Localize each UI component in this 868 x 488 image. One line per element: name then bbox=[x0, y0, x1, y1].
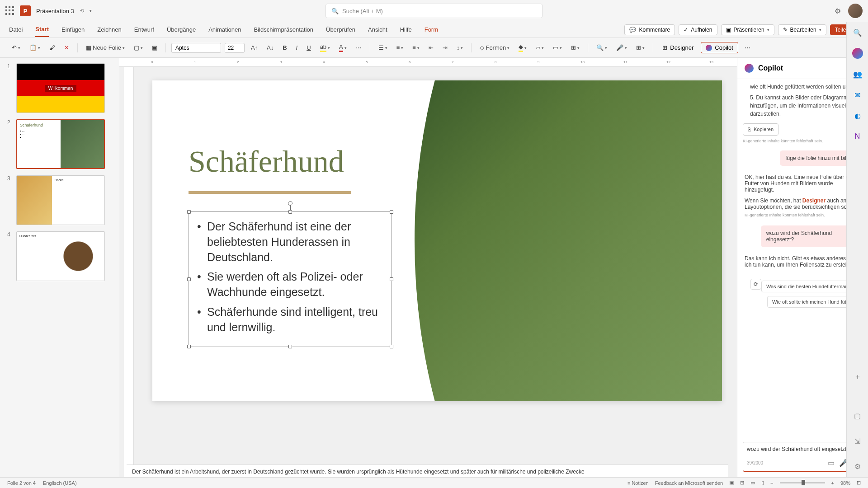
underline-button[interactable]: U bbox=[304, 42, 313, 53]
slide-image[interactable] bbox=[415, 80, 722, 401]
user-avatar[interactable] bbox=[848, 4, 863, 18]
rail-search-icon[interactable]: 🔍 bbox=[851, 26, 864, 39]
tab-uebergaenge[interactable]: Übergänge bbox=[167, 23, 196, 37]
designer-link[interactable]: Designer bbox=[802, 197, 826, 204]
rail-expand-icon[interactable]: ⇲ bbox=[851, 435, 864, 447]
tab-hilfe[interactable]: Hilfe bbox=[400, 23, 412, 37]
slide-thumbnail-4[interactable]: Hundefutter bbox=[16, 231, 105, 281]
rail-add-icon[interactable]: ＋ bbox=[851, 371, 864, 383]
dictate-button[interactable]: 🎤▾ bbox=[613, 42, 630, 53]
tab-ueberpruefen[interactable]: Überprüfen bbox=[326, 23, 355, 37]
rail-edge-icon[interactable]: ◐ bbox=[851, 109, 864, 122]
tab-form[interactable]: Form bbox=[425, 23, 438, 37]
copilot-input-text[interactable]: wozu wird der Schäferhund oft eingesetzt bbox=[747, 446, 859, 454]
resize-handle[interactable] bbox=[187, 277, 191, 281]
document-title[interactable]: Präsentation 3 bbox=[36, 8, 74, 14]
more-font-button[interactable]: ⋯ bbox=[353, 42, 364, 53]
new-slide-button[interactable]: ▦ Neue Folie▾ bbox=[83, 42, 127, 53]
reading-view-icon[interactable]: ▭ bbox=[750, 480, 755, 486]
shapes-button[interactable]: ◇ Formen▾ bbox=[477, 42, 512, 53]
decrease-font-button[interactable]: A↓ bbox=[264, 42, 276, 53]
bold-button[interactable]: B bbox=[280, 42, 289, 53]
more-ribbon-button[interactable]: ⋯ bbox=[742, 42, 753, 53]
highlight-button[interactable]: ab▾ bbox=[317, 42, 333, 54]
bullet-item[interactable]: Der Schäferhund ist eine der beliebteste… bbox=[196, 219, 384, 265]
app-launcher-icon[interactable] bbox=[5, 6, 14, 15]
tab-zeichnen[interactable]: Zeichnen bbox=[97, 23, 121, 37]
rail-settings-icon[interactable]: ⚙ bbox=[851, 460, 864, 473]
align-button[interactable]: ≡▾ bbox=[410, 42, 422, 53]
font-select[interactable] bbox=[171, 43, 221, 53]
sorter-view-icon[interactable]: ⊞ bbox=[740, 480, 744, 486]
resize-handle[interactable] bbox=[390, 345, 393, 348]
tab-ansicht[interactable]: Ansicht bbox=[368, 23, 387, 37]
designer-button[interactable]: ⊞ Designer bbox=[659, 42, 697, 53]
find-button[interactable]: 🔍▾ bbox=[594, 42, 610, 53]
slide-content[interactable]: Schäferhund Der Schäferhund ist eine der… bbox=[152, 80, 722, 401]
resize-handle[interactable] bbox=[187, 210, 191, 214]
increase-indent-button[interactable]: ⇥ bbox=[440, 42, 450, 53]
copilot-input[interactable]: wozu wird der Schäferhund oft eingesetzt… bbox=[743, 442, 863, 472]
resize-handle[interactable] bbox=[390, 210, 393, 214]
title-chevron-icon[interactable]: ▾ bbox=[90, 9, 92, 13]
resize-handle[interactable] bbox=[187, 345, 191, 348]
paste-button[interactable]: 📋▾ bbox=[27, 42, 43, 53]
font-size-select[interactable] bbox=[225, 43, 245, 53]
edit-button[interactable]: ✎Bearbeiten▾ bbox=[778, 24, 826, 35]
group-button[interactable]: ⊞▾ bbox=[568, 42, 582, 53]
italic-button[interactable]: I bbox=[293, 42, 301, 53]
slide-canvas[interactable]: 012345678910111213 Schäferhund D bbox=[119, 58, 737, 477]
slide-title[interactable]: Schäferhund bbox=[189, 144, 344, 179]
slide-counter[interactable]: Folie 2 von 4 bbox=[7, 480, 36, 486]
zoom-in-button[interactable]: + bbox=[831, 480, 834, 486]
slide-thumbnail-3[interactable]: Dackel bbox=[16, 175, 105, 225]
resize-handle[interactable] bbox=[288, 210, 292, 214]
notes-toggle[interactable]: ≡ Notizen bbox=[627, 480, 649, 486]
tab-animationen[interactable]: Animationen bbox=[208, 23, 241, 37]
format-painter-button[interactable]: 🖌 bbox=[47, 42, 58, 53]
rail-panel-icon[interactable]: ▢ bbox=[851, 409, 864, 422]
rail-copilot-icon[interactable] bbox=[851, 47, 864, 60]
copy-button[interactable]: ⎘ Kopieren bbox=[743, 123, 778, 136]
rail-outlook-icon[interactable]: ✉ bbox=[851, 89, 864, 101]
slide-textbox-selected[interactable]: Der Schäferhund ist eine der beliebteste… bbox=[189, 211, 392, 347]
search-input[interactable]: 🔍 Suche (Alt + M) bbox=[326, 4, 542, 18]
line-spacing-button[interactable]: ↕▾ bbox=[454, 42, 466, 53]
zoom-level[interactable]: 98% bbox=[840, 480, 850, 486]
tab-datei[interactable]: Datei bbox=[9, 23, 23, 37]
tab-einfuegen[interactable]: Einfügen bbox=[61, 23, 85, 37]
font-color-button[interactable]: A▾ bbox=[336, 42, 349, 54]
refresh-icon[interactable]: ⟳ bbox=[750, 279, 761, 290]
tab-entwurf[interactable]: Entwurf bbox=[134, 23, 154, 37]
delete-button[interactable]: ✕ bbox=[61, 42, 72, 53]
bullet-item[interactable]: Sie werden oft als Polizei- oder Wachhun… bbox=[196, 269, 384, 300]
zoom-slider[interactable] bbox=[780, 482, 825, 483]
slide-thumbnail-1[interactable]: Willkommen bbox=[16, 63, 105, 113]
zoom-out-button[interactable]: − bbox=[770, 480, 773, 486]
slideshow-view-icon[interactable]: ▯ bbox=[761, 480, 764, 486]
attach-icon[interactable]: ▭ bbox=[828, 459, 835, 467]
slide-thumbnail-2[interactable]: Schäferhund• ...• ...• ... bbox=[16, 119, 105, 169]
catchup-button[interactable]: ✓Aufholen bbox=[679, 24, 717, 35]
tab-start[interactable]: Start bbox=[35, 22, 49, 37]
fit-to-window-button[interactable]: ⊡ bbox=[857, 480, 861, 486]
rail-onenote-icon[interactable]: N bbox=[851, 130, 864, 143]
copilot-ribbon-button[interactable]: Copilot bbox=[701, 42, 738, 53]
normal-view-icon[interactable]: ▣ bbox=[729, 480, 734, 486]
bullets-button[interactable]: ☰▾ bbox=[376, 42, 390, 53]
reset-button[interactable]: ▣ bbox=[149, 42, 160, 53]
comments-button[interactable]: 💬Kommentare bbox=[624, 24, 675, 35]
outline-button[interactable]: ▱▾ bbox=[533, 42, 547, 53]
arrange-button[interactable]: ▭▾ bbox=[550, 42, 565, 53]
resize-handle[interactable] bbox=[288, 345, 292, 348]
increase-font-button[interactable]: A↑ bbox=[248, 42, 260, 53]
bullet-item[interactable]: Schäferhunde sind intelligent, treu und … bbox=[196, 305, 384, 335]
tab-bildschirm[interactable]: Bildschirmpräsentation bbox=[254, 23, 313, 37]
layout-button[interactable]: ▢▾ bbox=[131, 42, 146, 53]
resize-handle[interactable] bbox=[390, 277, 393, 281]
addins-button[interactable]: ⊞▾ bbox=[633, 42, 647, 53]
language-indicator[interactable]: Englisch (USA) bbox=[43, 480, 77, 486]
present-button[interactable]: ▣Präsentieren▾ bbox=[721, 24, 774, 35]
rail-teams-icon[interactable]: 👥 bbox=[851, 68, 864, 80]
undo-button[interactable]: ↶▾ bbox=[9, 42, 23, 53]
